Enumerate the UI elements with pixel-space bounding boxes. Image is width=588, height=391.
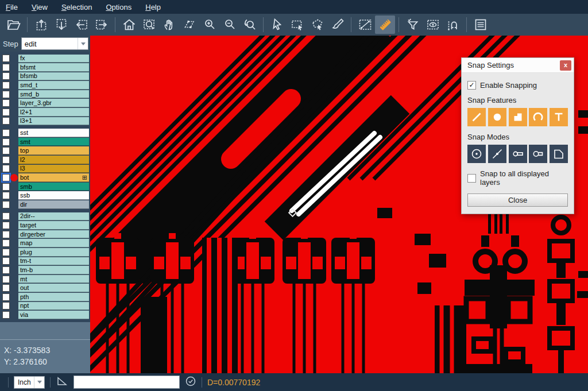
layer-visibility-checkbox[interactable] <box>2 91 10 98</box>
layer-row-l2+1[interactable]: l2+1 <box>0 108 90 117</box>
layer-row-map[interactable]: map <box>0 239 90 248</box>
layer-row-out[interactable]: out <box>0 284 90 293</box>
layer-name[interactable]: l3 <box>18 165 89 173</box>
measure-distance-button[interactable] <box>355 16 375 34</box>
chevron-down-icon[interactable] <box>78 38 88 49</box>
layer-row-dir[interactable]: dir <box>0 200 90 210</box>
layer-visibility-checkbox[interactable] <box>2 293 10 301</box>
snap-magnet-button[interactable] <box>443 16 463 34</box>
layer-visibility-checkbox[interactable] <box>2 138 10 146</box>
layer-row-l3[interactable]: l3 <box>0 164 90 173</box>
layer-name[interactable]: sst <box>18 129 89 137</box>
layer-row-mt[interactable]: mt <box>0 274 90 284</box>
layer-row-dirgerber[interactable]: dirgerber <box>0 230 90 239</box>
layer-visibility-checkbox[interactable] <box>2 183 10 191</box>
layer-row-pth[interactable]: pth <box>0 292 90 301</box>
layer-name[interactable]: dir <box>18 200 89 209</box>
layer-name[interactable]: via <box>18 311 89 319</box>
menu-options[interactable]: Options <box>106 3 131 11</box>
ruler-button[interactable] <box>375 16 395 34</box>
layer-row-target[interactable]: target <box>0 221 90 230</box>
layer-name[interactable]: top <box>18 146 89 155</box>
command-input[interactable] <box>74 375 180 389</box>
snap-line-icon[interactable] <box>467 108 486 126</box>
snap-pad-icon[interactable] <box>488 108 506 126</box>
layer-visibility-checkbox[interactable] <box>2 72 10 80</box>
snap-all-layers-checkbox[interactable] <box>467 174 476 183</box>
layer-visibility-checkbox[interactable] <box>2 99 10 107</box>
layer-visibility-checkbox[interactable] <box>2 156 10 164</box>
layer-name[interactable]: smd_t <box>18 81 89 90</box>
snap-arc-icon[interactable] <box>529 108 547 126</box>
unit-select[interactable]: Inch <box>14 376 45 389</box>
layer-name[interactable]: 2dir-- <box>18 212 89 221</box>
layer-row-bfsmb[interactable]: bfsmb <box>0 72 90 81</box>
close-icon[interactable]: x <box>560 60 571 71</box>
layer-name[interactable]: plug <box>18 248 89 257</box>
snap-point-on-line-icon[interactable] <box>488 145 506 163</box>
layer-row-bot[interactable]: bot⊞ <box>0 173 90 183</box>
layer-row-smd_t[interactable]: smd_t <box>0 81 90 90</box>
angle-measure-icon[interactable] <box>56 375 68 390</box>
layer-row-smt[interactable]: smt <box>0 137 90 146</box>
layer-name[interactable]: bfsmb <box>18 72 89 81</box>
enable-snapping-row[interactable]: ✓ Enable Snapping <box>467 81 568 90</box>
layer-name[interactable]: bfsmt <box>18 63 89 72</box>
menu-file[interactable]: File <box>6 3 18 11</box>
layer-row-npt[interactable]: npt <box>0 301 90 311</box>
layer-row-smd_b[interactable]: smd_b <box>0 90 90 99</box>
layer-visibility-checkbox[interactable] <box>2 82 10 89</box>
layer-table-button[interactable] <box>470 16 490 34</box>
layer-name[interactable]: tm-b <box>18 266 89 274</box>
pcb-canvas[interactable]: Snap Settings x ✓ Enable Snapping Snap F… <box>90 36 588 373</box>
layer-visibility-checkbox[interactable] <box>2 64 10 71</box>
snap-text-icon[interactable] <box>550 108 568 126</box>
table-icon[interactable]: ⊞ <box>82 173 87 181</box>
snap-all-layers-row[interactable]: Snap to all displayed layers <box>467 169 568 187</box>
layer-name[interactable]: tm-t <box>18 257 89 266</box>
layer-name[interactable]: out <box>18 284 89 292</box>
snap-trace-end-icon[interactable] <box>529 145 547 163</box>
layer-name[interactable]: ssb <box>18 191 89 200</box>
layer-visibility-checkbox[interactable] <box>2 239 10 247</box>
layer-name[interactable]: smb <box>18 183 89 191</box>
layer-visibility-checkbox[interactable] <box>2 129 10 137</box>
zoom-window-button[interactable] <box>139 16 159 34</box>
layer-name[interactable]: l2 <box>18 156 89 164</box>
pan-left-button[interactable] <box>71 16 91 34</box>
layer-name[interactable]: fx <box>18 55 89 63</box>
layer-row-top[interactable]: top <box>0 146 90 156</box>
layer-visibility-checkbox[interactable] <box>2 249 10 256</box>
pan-down-button[interactable] <box>51 16 71 34</box>
select-rectangle-button[interactable] <box>287 16 307 34</box>
layer-visibility-checkbox[interactable] <box>2 266 10 274</box>
menu-selection[interactable]: Selection <box>61 3 92 11</box>
layer-name[interactable]: target <box>18 221 89 230</box>
layer-row-l2[interactable]: l2 <box>0 156 90 165</box>
snap-contour-icon[interactable] <box>550 145 568 163</box>
open-file-button[interactable] <box>3 16 24 34</box>
layer-name[interactable]: pth <box>18 293 89 301</box>
layer-visibility-checkbox[interactable] <box>2 201 10 208</box>
layer-visibility-checkbox[interactable] <box>2 257 10 265</box>
chevron-down-icon[interactable] <box>34 377 44 388</box>
home-view-button[interactable] <box>119 16 139 34</box>
layer-name[interactable]: dirgerber <box>18 230 89 239</box>
layer-visibility-checkbox[interactable] <box>2 147 10 154</box>
layer-row-ssb[interactable]: ssb <box>0 191 90 200</box>
layer-visibility-checkbox[interactable] <box>2 222 10 229</box>
close-button[interactable]: Close <box>467 193 568 207</box>
layer-visibility-checkbox[interactable] <box>2 192 10 199</box>
layer-row-sst[interactable]: sst <box>0 129 90 138</box>
highlight-view-button[interactable] <box>423 16 443 34</box>
layer-name[interactable]: layer_3.gbr <box>18 99 89 107</box>
layer-row-tm-b[interactable]: tm-b <box>0 266 90 275</box>
layer-name[interactable]: mt <box>18 275 89 284</box>
step-select[interactable]: edit <box>21 37 88 50</box>
layer-visibility-checkbox[interactable] <box>2 117 10 125</box>
layer-row-layer_3.gbr[interactable]: layer_3.gbr <box>0 99 90 108</box>
layer-visibility-checkbox[interactable] <box>2 109 10 116</box>
layer-name[interactable]: smt <box>18 138 89 146</box>
zoom-in-button[interactable] <box>199 16 219 34</box>
layer-name[interactable]: map <box>18 239 89 247</box>
